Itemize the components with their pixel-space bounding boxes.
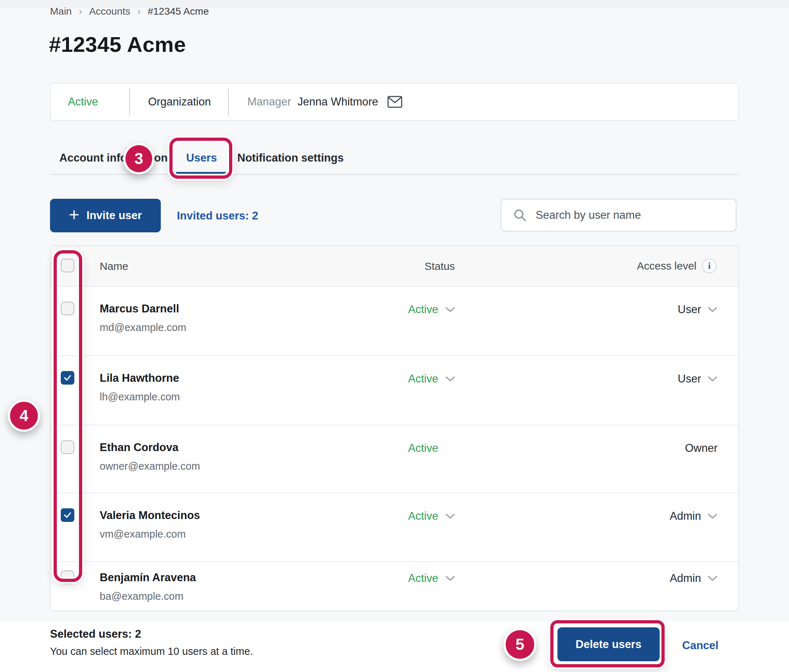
status-dropdown[interactable]: Active (408, 373, 455, 385)
user-email: md@example.com (100, 322, 186, 333)
user-search (501, 199, 736, 232)
row-checkbox[interactable] (61, 571, 74, 584)
chevron-down-icon (445, 576, 455, 581)
table-row: Benjamín Aravena ba@example.com Active A… (51, 562, 738, 611)
breadcrumb-current: #12345 Acme (148, 6, 209, 17)
status-value: Active (408, 303, 438, 316)
row-checkbox[interactable] (61, 302, 74, 315)
user-email: owner@example.com (100, 461, 200, 472)
table-header-row: Name Status Access level i (51, 246, 738, 287)
chevron-down-icon (708, 307, 717, 312)
column-header-status: Status (425, 260, 455, 272)
selected-users-count: Selected users: 2 (50, 628, 141, 640)
column-header-access-level: Access level i (637, 259, 717, 273)
table-row: Lila Hawthorne lh@example.com Active Use… (51, 356, 738, 426)
invite-user-button[interactable]: + Invite user (50, 199, 161, 232)
manager-name: Jenna Whitmore (298, 96, 379, 108)
page-title: #12345 Acme (49, 32, 186, 57)
access-level-dropdown[interactable]: User (678, 373, 717, 385)
status-value: Active (408, 572, 438, 585)
table-row: Ethan Cordova owner@example.com Active O… (51, 426, 738, 493)
table-row: Valeria Montecinos vm@example.com Active… (51, 493, 738, 562)
row-checkbox[interactable] (61, 371, 74, 385)
access-level-value: User (678, 303, 701, 316)
chevron-down-icon (445, 513, 455, 519)
selection-footer: Selected users: 2 You can select maximum… (0, 621, 789, 672)
breadcrumb-separator-icon: › (79, 6, 82, 17)
status-dropdown[interactable]: Active (408, 303, 455, 316)
select-all-checkbox[interactable] (61, 259, 74, 272)
row-checkbox[interactable] (61, 440, 74, 454)
breadcrumb: Main › Accounts › #12345 Acme (50, 6, 209, 17)
search-icon (513, 208, 527, 222)
search-input[interactable] (535, 208, 729, 222)
manager-label: Manager (247, 96, 291, 108)
status-dropdown[interactable]: Active (408, 572, 455, 585)
email-envelope-icon[interactable] (387, 96, 402, 108)
access-level-dropdown[interactable]: User (678, 303, 717, 316)
tabs-divider (50, 174, 739, 175)
user-email: lh@example.com (100, 391, 180, 403)
tab-account-information[interactable]: Account information (59, 152, 168, 165)
user-email: ba@example.com (100, 590, 183, 602)
account-status-badge: Active (68, 96, 98, 108)
cancel-button[interactable]: Cancel (682, 639, 719, 652)
chevron-down-icon (708, 513, 717, 519)
user-name: Ethan Cordova (100, 441, 178, 454)
tab-notification-settings[interactable]: Notification settings (237, 152, 344, 165)
info-icon[interactable]: i (702, 259, 717, 273)
user-name: Marcus Darnell (100, 302, 179, 315)
divider (228, 88, 229, 115)
access-level-value: Owner (685, 442, 717, 455)
access-level-value: User (678, 373, 701, 385)
account-summary-card: Active Organization Manager Jenna Whitmo… (50, 83, 739, 121)
access-level-value: Admin (670, 572, 701, 585)
table-row: Marcus Darnell md@example.com Active Use… (51, 287, 738, 356)
invited-users-link[interactable]: Invited users: 2 (177, 210, 258, 222)
account-type: Organization (148, 96, 211, 108)
access-level-dropdown[interactable]: Admin (670, 572, 717, 585)
chevron-down-icon (708, 576, 717, 581)
row-checkbox[interactable] (61, 508, 74, 522)
divider (129, 88, 130, 115)
user-name: Valeria Montecinos (100, 509, 200, 522)
breadcrumb-separator-icon: › (137, 6, 141, 17)
status-value: Active (408, 510, 438, 523)
status-value: Active (408, 442, 438, 455)
access-level-value: Admin (670, 510, 701, 523)
invite-user-label: Invite user (86, 209, 142, 222)
selection-hint: You can select maximum 10 users at a tim… (50, 646, 253, 658)
column-header-name: Name (100, 260, 128, 272)
chevron-down-icon (708, 376, 717, 382)
status-text: Active (408, 442, 438, 455)
access-level-text: Owner (685, 442, 717, 455)
delete-users-button[interactable]: Delete users (557, 627, 660, 661)
active-tab-underline (176, 172, 226, 174)
user-name: Lila Hawthorne (100, 372, 179, 385)
chevron-down-icon (445, 376, 455, 382)
annotation-step-4-badge: 4 (8, 400, 40, 432)
tab-users[interactable]: Users (186, 152, 217, 165)
breadcrumb-accounts[interactable]: Accounts (89, 6, 130, 17)
access-level-label: Access level (637, 260, 696, 272)
status-dropdown[interactable]: Active (408, 510, 455, 523)
user-name: Benjamín Aravena (100, 571, 196, 584)
breadcrumb-main[interactable]: Main (50, 6, 72, 17)
access-level-dropdown[interactable]: Admin (670, 510, 717, 523)
status-value: Active (408, 373, 438, 385)
users-table: Name Status Access level i Marcus Darnel… (50, 245, 739, 611)
chevron-down-icon (445, 307, 455, 312)
user-email: vm@example.com (100, 528, 186, 540)
